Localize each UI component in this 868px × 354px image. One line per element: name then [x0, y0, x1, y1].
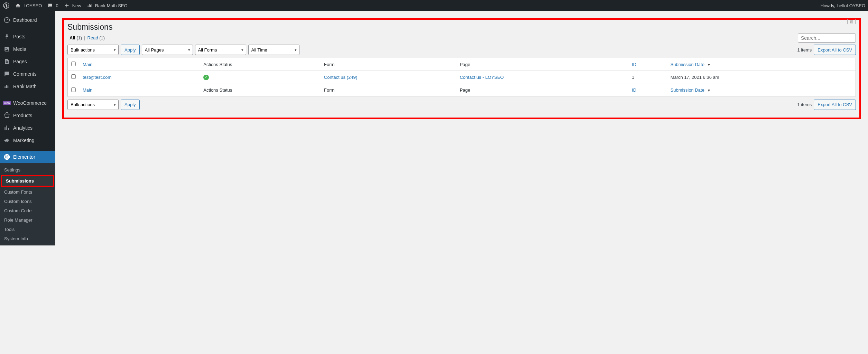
col-page: Page [456, 58, 628, 71]
subitem-system-info[interactable]: System Info [0, 234, 55, 243]
site-link[interactable]: LOYSEO [15, 2, 42, 9]
sidebar-item-dashboard[interactable]: Dashboard [0, 14, 55, 26]
page-title: Submissions [67, 22, 856, 32]
rankmath-label: Rank Math SEO [95, 3, 128, 8]
woo-icon: woo [3, 100, 10, 106]
col-actions-status: Actions Status [200, 58, 321, 71]
col-form-foot: Form [321, 84, 456, 96]
filter-pages-select[interactable]: All Pages [142, 45, 193, 55]
howdy-link[interactable]: Howdy, helloLOYSEO [821, 3, 865, 8]
analytics-icon [3, 124, 10, 131]
col-id[interactable]: ID [632, 62, 636, 67]
user-name: helloLOYSEO [837, 3, 865, 8]
export-csv-button-bottom[interactable]: Export All to CSV [814, 100, 856, 110]
sidebar-item-analytics[interactable]: Analytics [0, 122, 55, 134]
bulk-actions-select-top[interactable]: Bulk actions [67, 45, 119, 55]
svg-rect-4 [6, 156, 6, 158]
home-icon [15, 2, 21, 9]
sidebar-submenu-elementor: Settings Submissions Custom Fonts Custom… [0, 163, 55, 245]
rankmath-link[interactable]: Rank Math SEO [86, 2, 128, 9]
items-count-bottom: 1 items [797, 102, 812, 107]
sidebar-item-label: Analytics [13, 125, 33, 131]
sort-desc-icon [706, 62, 711, 67]
col-form: Form [321, 58, 456, 71]
svg-rect-5 [7, 156, 8, 156]
row-id: 1 [628, 71, 667, 84]
plus-icon [63, 2, 70, 9]
subitem-custom-icons[interactable]: Custom Icons [0, 197, 55, 206]
filter-forms-select[interactable]: All Forms [195, 45, 246, 55]
row-page-link[interactable]: Contact us - LOYSEO [460, 75, 504, 80]
col-date-foot[interactable]: Submission Date [671, 87, 711, 93]
apply-button-top[interactable]: Apply [121, 45, 140, 55]
sidebar-item-label: WooCommerce [13, 100, 47, 106]
chart-icon [86, 2, 93, 9]
comments-icon [3, 71, 10, 77]
bulk-actions-select-bottom[interactable]: Bulk actions [67, 100, 119, 110]
filter-read[interactable]: Read (1) [87, 35, 105, 40]
col-main[interactable]: Main [83, 62, 92, 67]
wp-logo[interactable] [3, 2, 10, 9]
new-link[interactable]: New [63, 2, 81, 9]
pages-icon [3, 58, 10, 65]
broken-image-icon: ▧ [847, 19, 856, 24]
sidebar-item-label: Elementor [13, 154, 35, 160]
status-filters: All (1) | Read (1) [70, 35, 856, 40]
sidebar-item-elementor[interactable]: Elementor [0, 151, 55, 163]
sidebar-item-label: Dashboard [13, 17, 37, 23]
submissions-table: Main Actions Status Form Page ID Submiss… [67, 58, 856, 97]
sidebar-item-posts[interactable]: Posts [0, 30, 55, 43]
sidebar-item-pages[interactable]: Pages [0, 55, 55, 68]
marketing-icon [3, 137, 10, 144]
subitem-custom-fonts[interactable]: Custom Fonts [0, 187, 55, 197]
dashboard-icon [3, 17, 10, 24]
new-label: New [72, 3, 81, 8]
row-checkbox[interactable] [71, 74, 76, 79]
sidebar-item-label: Rank Math [13, 84, 37, 89]
subitem-submissions[interactable]: Submissions [1, 175, 54, 187]
subitem-settings[interactable]: Settings [0, 165, 55, 175]
sidebar-item-comments[interactable]: Comments [0, 68, 55, 80]
elementor-icon [3, 153, 10, 160]
sidebar-item-products[interactable]: Products [0, 109, 55, 122]
col-date[interactable]: Submission Date [671, 62, 711, 67]
pin-icon [3, 33, 10, 40]
select-all-checkbox-bottom[interactable] [71, 87, 76, 92]
select-all-checkbox-top[interactable] [71, 62, 76, 66]
svg-rect-6 [7, 157, 8, 157]
sidebar-item-woocommerce[interactable]: woo WooCommerce [0, 97, 55, 109]
sidebar-item-label: Media [13, 46, 26, 52]
admin-sidebar: Dashboard Posts Media Pages Comments Ran… [0, 11, 55, 245]
apply-button-bottom[interactable]: Apply [121, 100, 140, 110]
check-circle-icon: ✓ [203, 75, 209, 80]
sidebar-item-rankmath[interactable]: Rank Math [0, 80, 55, 93]
subitem-tools[interactable]: Tools [0, 225, 55, 234]
filter-all[interactable]: All (1) [70, 35, 82, 40]
sidebar-item-media[interactable]: Media [0, 43, 55, 55]
sidebar-item-marketing[interactable]: Marketing [0, 134, 55, 147]
search-input[interactable] [798, 34, 856, 43]
row-date: March 17, 2021 6:36 am [667, 71, 856, 84]
site-name: LOYSEO [24, 3, 42, 8]
svg-point-2 [7, 20, 8, 21]
subitem-custom-code[interactable]: Custom Code [0, 206, 55, 215]
comments-count: 0 [56, 3, 58, 8]
col-page-foot: Page [456, 84, 628, 96]
svg-rect-7 [7, 158, 8, 158]
row-main-link[interactable]: test@test.com [83, 75, 111, 80]
col-actions-status-foot: Actions Status [200, 84, 321, 96]
row-form-link[interactable]: Contact us (249) [324, 75, 357, 80]
wordpress-icon [3, 2, 10, 9]
table-row: test@test.com ✓ Contact us (249) Contact… [68, 71, 856, 84]
comments-link[interactable]: 0 [47, 2, 58, 9]
rankmath-icon [3, 83, 10, 90]
subitem-role-manager[interactable]: Role Manager [0, 215, 55, 225]
col-id-foot[interactable]: ID [632, 87, 636, 93]
filter-time-select[interactable]: All Time [248, 45, 299, 55]
sidebar-item-label: Marketing [13, 138, 34, 143]
export-csv-button-top[interactable]: Export All to CSV [814, 45, 856, 55]
products-icon [3, 112, 10, 119]
col-main-foot[interactable]: Main [83, 87, 92, 93]
media-icon [3, 46, 10, 53]
comment-icon [47, 2, 54, 9]
